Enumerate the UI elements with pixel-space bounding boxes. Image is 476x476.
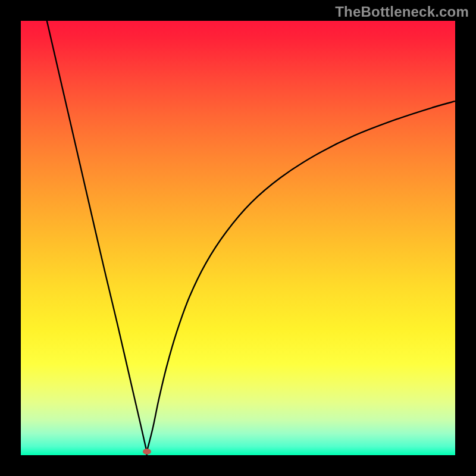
chart-frame: TheBottleneck.com <box>0 0 476 476</box>
plot-area <box>21 21 455 455</box>
optimal-point-marker <box>143 449 151 455</box>
bottleneck-curve <box>21 21 455 455</box>
curve-path <box>47 21 455 455</box>
watermark-text: TheBottleneck.com <box>335 4 469 20</box>
